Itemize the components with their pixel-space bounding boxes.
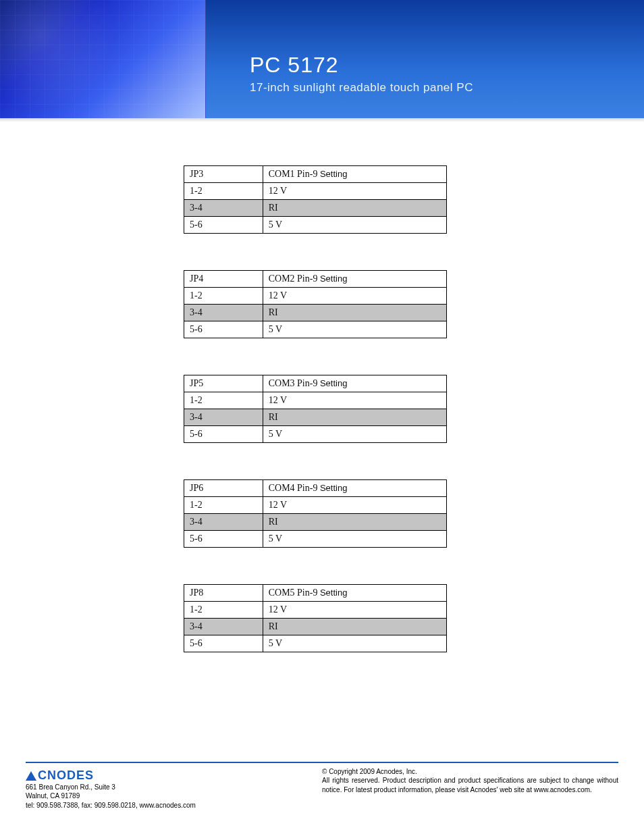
jumper-id-header: JP3	[184, 166, 263, 183]
table-row: 5-65 V	[184, 426, 447, 443]
setting-suffix: Setting	[320, 378, 347, 388]
value-cell: RI	[263, 200, 446, 217]
value-cell: RI	[263, 305, 446, 321]
jumper-id-header: JP8	[184, 585, 263, 602]
pins-cell: 3-4	[184, 409, 263, 426]
pins-cell: 5-6	[184, 635, 263, 652]
setting-header: COM3 Pin-9 Setting	[263, 375, 446, 392]
setting-prefix: COM4 Pin-9	[269, 483, 318, 493]
acnodes-logo: CNODES	[26, 767, 94, 783]
footer-contact: tel: 909.598.7388, fax: 909.598.0218, ww…	[26, 802, 196, 809]
value-cell: RI	[263, 619, 446, 635]
table-row: 1-212 V	[184, 497, 447, 514]
table-row: 1-212 V	[184, 288, 447, 305]
footer-right: © Copyright 2009 Acnodes, Inc. All right…	[322, 767, 618, 795]
content-area: JP3COM1 Pin-9 Setting1-212 V3-4RI5-65 VJ…	[0, 118, 644, 652]
setting-suffix: Setting	[320, 169, 347, 179]
value-cell: 5 V	[263, 217, 446, 234]
table-row: 3-4RI	[184, 619, 447, 635]
jumper-id-header: JP4	[184, 271, 263, 288]
footer-rights: All rights reserved. Product description…	[322, 777, 618, 793]
page-footer: CNODES 661 Brea Canyon Rd., Suite 3 Waln…	[26, 762, 618, 810]
page-header: PC 5172 17-inch sunlight readable touch …	[0, 0, 644, 118]
pins-cell: 1-2	[184, 497, 263, 514]
value-cell: RI	[263, 409, 446, 426]
table-row: 1-212 V	[184, 392, 447, 409]
jumper-id-header: JP6	[184, 480, 263, 497]
setting-prefix: COM1 Pin-9	[269, 169, 318, 179]
setting-suffix: Setting	[320, 483, 347, 493]
setting-prefix: COM2 Pin-9	[269, 273, 318, 284]
footer-left: CNODES 661 Brea Canyon Rd., Suite 3 Waln…	[26, 767, 196, 810]
jumper-table: JP8COM5 Pin-9 Setting1-212 V3-4RI5-65 V	[184, 584, 447, 652]
value-cell: 12 V	[263, 497, 446, 514]
setting-header: COM1 Pin-9 Setting	[263, 166, 446, 183]
footer-address-2: Walnut, CA 91789	[26, 792, 80, 800]
pins-cell: 5-6	[184, 426, 263, 443]
pins-cell: 3-4	[184, 200, 263, 217]
table-header-row: JP4COM2 Pin-9 Setting	[184, 271, 447, 288]
value-cell: 12 V	[263, 288, 446, 305]
setting-suffix: Setting	[320, 588, 347, 598]
table-row: 3-4RI	[184, 514, 447, 531]
pins-cell: 1-2	[184, 183, 263, 200]
pins-cell: 1-2	[184, 288, 263, 305]
setting-header: COM5 Pin-9 Setting	[263, 585, 446, 602]
page-title: PC 5172	[250, 53, 339, 78]
table-row: 5-65 V	[184, 217, 447, 234]
table-row: 5-65 V	[184, 531, 447, 548]
value-cell: 5 V	[263, 635, 446, 652]
pins-cell: 5-6	[184, 217, 263, 234]
logo-text: CNODES	[38, 767, 94, 783]
pins-cell: 3-4	[184, 619, 263, 635]
jumper-id-header: JP5	[184, 375, 263, 392]
value-cell: 12 V	[263, 392, 446, 409]
footer-address-1: 661 Brea Canyon Rd., Suite 3	[26, 783, 115, 791]
table-row: 3-4RI	[184, 200, 447, 217]
setting-prefix: COM3 Pin-9	[269, 378, 318, 388]
jumper-table: JP6COM4 Pin-9 Setting1-212 V3-4RI5-65 V	[184, 479, 447, 548]
logo-triangle-icon	[26, 771, 36, 781]
table-row: 5-65 V	[184, 321, 447, 338]
table-header-row: JP5COM3 Pin-9 Setting	[184, 375, 447, 392]
table-header-row: JP6COM4 Pin-9 Setting	[184, 480, 447, 497]
pins-cell: 3-4	[184, 305, 263, 321]
value-cell: 12 V	[263, 183, 446, 200]
jumper-table: JP5COM3 Pin-9 Setting1-212 V3-4RI5-65 V	[184, 375, 447, 443]
value-cell: 5 V	[263, 321, 446, 338]
table-row: 3-4RI	[184, 409, 447, 426]
pins-cell: 3-4	[184, 514, 263, 531]
pins-cell: 1-2	[184, 392, 263, 409]
setting-prefix: COM5 Pin-9	[269, 588, 318, 598]
value-cell: 5 V	[263, 426, 446, 443]
jumper-table: JP4COM2 Pin-9 Setting1-212 V3-4RI5-65 V	[184, 270, 447, 338]
value-cell: 5 V	[263, 531, 446, 548]
jumper-table: JP3COM1 Pin-9 Setting1-212 V3-4RI5-65 V	[184, 165, 447, 234]
setting-suffix: Setting	[320, 273, 347, 284]
table-row: 5-65 V	[184, 635, 447, 652]
pins-cell: 5-6	[184, 321, 263, 338]
value-cell: 12 V	[263, 602, 446, 619]
table-header-row: JP3COM1 Pin-9 Setting	[184, 166, 447, 183]
pins-cell: 1-2	[184, 602, 263, 619]
table-row: 3-4RI	[184, 305, 447, 321]
setting-header: COM2 Pin-9 Setting	[263, 271, 446, 288]
header-shadow	[0, 118, 644, 122]
table-header-row: JP8COM5 Pin-9 Setting	[184, 585, 447, 602]
table-row: 1-212 V	[184, 183, 447, 200]
value-cell: RI	[263, 514, 446, 531]
page-subtitle: 17-inch sunlight readable touch panel PC	[250, 81, 473, 95]
setting-header: COM4 Pin-9 Setting	[263, 480, 446, 497]
pins-cell: 5-6	[184, 531, 263, 548]
footer-copyright: © Copyright 2009 Acnodes, Inc.	[322, 768, 417, 775]
header-chip-image	[0, 0, 206, 118]
table-row: 1-212 V	[184, 602, 447, 619]
